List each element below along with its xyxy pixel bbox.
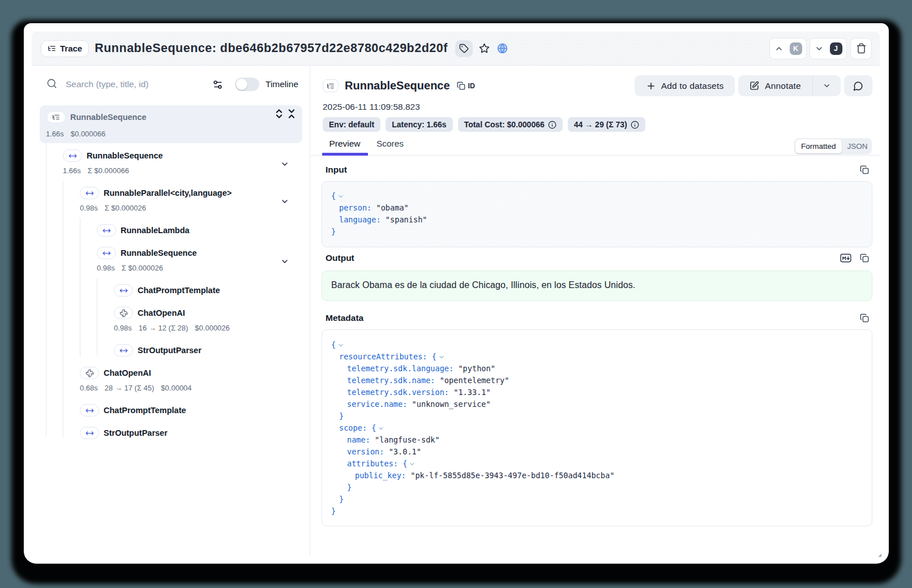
span-type-badge [114,284,133,297]
list-tree-icon [52,113,60,121]
content-area: Timeline RunnableSequence [32,66,880,556]
json-chevron [378,425,384,432]
resize-handle[interactable] [878,553,881,557]
info-icon[interactable] [631,121,639,129]
output-box: Barack Obama es de la ciudad de Chicago,… [322,271,872,301]
json-key: resourceAttributes: [339,351,427,363]
format-toggle-formatted[interactable]: Formatted [795,139,842,153]
tree-row-tokens: 28 → 17 (Σ 45) [105,384,155,392]
add-to-datasets-button[interactable]: Add to datasets [635,75,735,96]
annotate-button[interactable]: Annotate [738,75,841,96]
tree-row-line: ChatPromptTemplate [80,404,186,417]
tree-row-cost: $0.000026 [195,324,229,332]
collapse-all-icon[interactable] [286,108,297,119]
json-brace: { [371,422,376,434]
latency-badge: Latency: 1.66s [386,117,453,132]
tree-row[interactable]: StrOutputParser [114,344,202,357]
comments-button[interactable] [844,75,872,96]
json-line: attributes: { [331,458,863,470]
generation-type-badge [114,307,133,319]
bookmark-star-button[interactable] [479,43,490,54]
detail-title: RunnableSequence [345,79,450,92]
json-key: language: [339,214,381,226]
tree-row-metrics: 0.68s 28 → 17 (Σ 45) $0.00004 [80,384,192,392]
tree-row[interactable]: ChatOpenAI 0.68s 28 → 17 (Σ 45) $0.00004 [80,367,192,392]
json-collapse-icon[interactable] [337,193,344,200]
move-horizontal-icon [85,429,94,437]
json-collapse-icon[interactable] [438,354,445,360]
token-usage-badge: 44 → 29 (Σ 73) [568,117,645,132]
section-actions [860,314,872,323]
tree-row[interactable]: ChatOpenAI 0.98s 16 → 12 (Σ 28) $0.00002… [114,307,230,332]
tree-row-title: StrOutputParser [138,346,202,355]
public-globe-icon[interactable] [497,43,508,54]
span-type-badge [80,427,99,439]
json-value: "langfuse-sdk" [375,434,440,446]
tree-row[interactable]: RunnableParallel<city,language> 0.98s Σ … [80,187,232,212]
tree-row-cost: $0.00004 [161,384,191,392]
tab-scores[interactable]: Scores [374,132,406,155]
detail-body: Input { person: "obama" language: "spani… [322,156,872,526]
expand-all-icon[interactable] [273,108,285,119]
json-space [453,363,458,375]
json-collapse-icon[interactable] [409,461,416,467]
tree-row-duration: 0.68s [80,384,98,392]
annotate-main[interactable]: Annotate [738,81,812,91]
tree-row[interactable]: RunnableSequence 1.66s $0.000066 [46,111,147,138]
fan-icon [119,309,128,317]
json-brace: { [403,458,407,470]
tree-row-cost: Σ $0.000066 [88,166,129,175]
tree-row-metrics: 0.98s Σ $0.000026 [80,204,232,212]
tree-row-line: RunnableLambda [97,224,190,237]
annotate-label: Annotate [765,81,801,91]
tree-row-duration: 1.66s [63,166,81,175]
annotate-dropdown-caret[interactable] [813,81,841,90]
tags-button[interactable] [455,40,473,57]
tree-row[interactable]: ChatPromptTemplate [80,404,186,417]
tree-row[interactable]: StrOutputParser [80,427,168,439]
collapse-row-icon[interactable] [280,160,289,169]
json-line: language: "spanish" [331,214,863,226]
tab-preview[interactable]: Preview [320,132,369,155]
delete-trace-button[interactable] [850,38,872,59]
prev-trace-button[interactable]: K [769,38,807,59]
output-label: Output [322,253,354,263]
json-line: telemetry.sdk.language: "python" [331,363,863,375]
json-collapse-icon[interactable] [337,342,344,349]
tree-row[interactable]: RunnableSequence 1.66s Σ $0.000066 [63,149,163,175]
metadata-json-box: { resourceAttributes: { telemetry.sdk.la… [322,329,872,526]
info-icon[interactable] [548,121,556,129]
tree-row-title: RunnableParallel<city,language> [104,188,232,198]
tree-row[interactable]: ChatPromptTemplate [114,284,220,297]
json-key: scope: [339,422,367,434]
format-toggle: Formatted JSON [794,138,872,154]
trash-icon [856,43,867,54]
move-horizontal-icon [68,152,77,160]
tree-row-metrics: 0.98s Σ $0.000026 [97,264,197,272]
markdown-toggle-icon[interactable] [840,254,851,263]
copy-icon[interactable] [860,314,869,323]
json-chevron [438,354,445,360]
collapse-row-icon[interactable] [280,257,289,266]
collapse-row-icon[interactable] [280,197,289,206]
copy-icon [457,81,465,90]
format-toggle-json[interactable]: JSON [842,142,874,151]
trace-title: RunnableSequence: dbe646b2b67957d22e8780… [95,41,448,55]
tree-row[interactable]: RunnableLambda [97,224,190,237]
tree-row[interactable]: RunnableSequence 0.98s Σ $0.000026 [97,247,197,272]
json-collapse-icon[interactable] [378,425,384,432]
json-line: person: "obama" [331,202,863,214]
copy-id-button[interactable] [457,81,465,90]
json-value: "pk-lf-5855d85e-3943-497e-bd10-f50ad414b… [410,470,614,482]
json-chevron [337,342,344,349]
generation-type-badge [80,367,99,379]
copy-icon[interactable] [860,254,869,263]
move-horizontal-icon [102,226,111,235]
json-value: "obama" [376,202,408,214]
move-horizontal-icon [119,346,128,355]
next-trace-button[interactable]: J [810,38,847,59]
json-brace: { [331,339,336,351]
section-actions [840,254,872,263]
copy-icon[interactable] [860,165,869,174]
tree-guide-line [97,278,97,357]
